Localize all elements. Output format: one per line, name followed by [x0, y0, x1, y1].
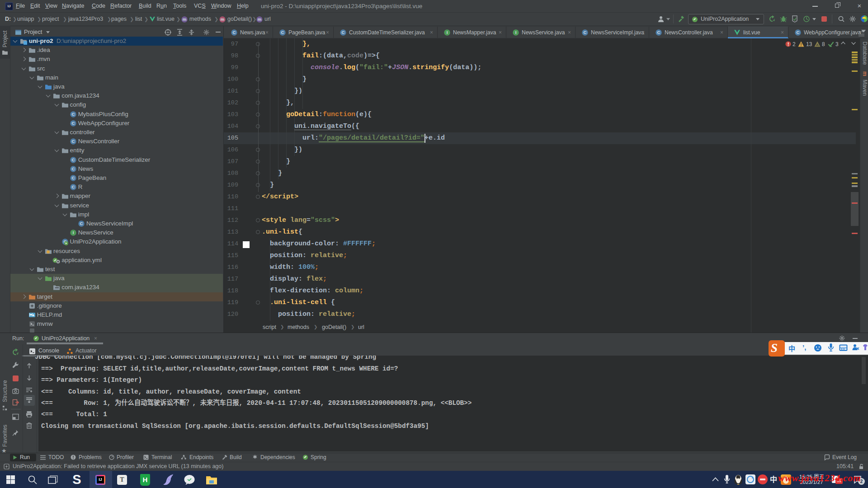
svg-text:C: C — [657, 30, 660, 35]
svg-text:C: C — [71, 121, 75, 126]
svg-text:C: C — [80, 221, 83, 226]
svg-text:C: C — [342, 30, 345, 35]
svg-text:C: C — [71, 166, 75, 171]
svg-text:C: C — [71, 157, 75, 162]
svg-text:C: C — [71, 185, 75, 190]
svg-text:I: I — [447, 30, 448, 35]
svg-text:A: A — [816, 43, 819, 47]
svg-text:C: C — [71, 112, 75, 117]
svg-text:C: C — [797, 30, 800, 35]
svg-text:I: I — [72, 230, 74, 235]
svg-text:m: m — [183, 17, 186, 22]
svg-text:C: C — [584, 30, 587, 35]
svg-text:C: C — [71, 139, 75, 144]
svg-text:C: C — [71, 175, 75, 180]
svg-text:C: C — [281, 30, 284, 35]
svg-text:m: m — [258, 17, 261, 22]
svg-text:m: m — [221, 17, 224, 22]
svg-text:I: I — [515, 30, 517, 35]
svg-text:C: C — [233, 30, 236, 35]
